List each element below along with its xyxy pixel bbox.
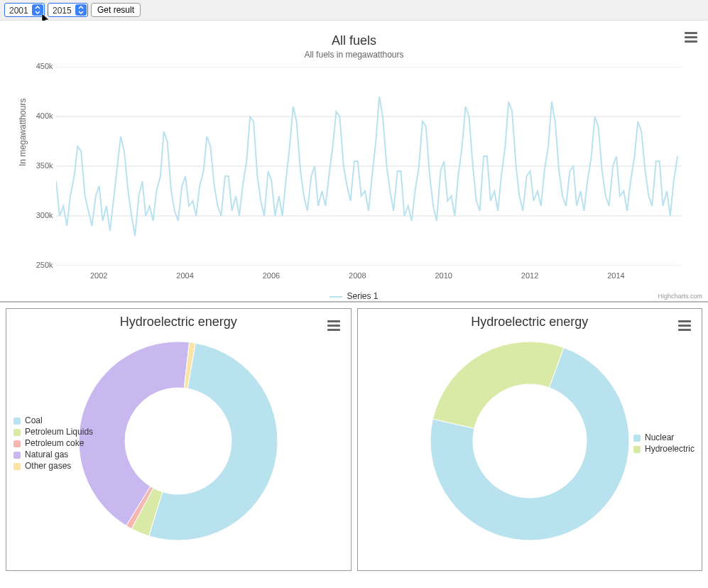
donut-chart-right (427, 338, 633, 544)
year-to-select[interactable]: 2015 (48, 3, 88, 17)
year-from-select[interactable]: 2001 (4, 3, 45, 17)
panel-title: Hydroelectric energy (6, 315, 351, 330)
y-axis-label: In megawatthours (18, 99, 28, 166)
legend-label: Series 1 (347, 291, 378, 301)
legend-swatch (13, 440, 21, 447)
donut-row: Hydroelectric energy CoalPetroleum Liqui… (0, 301, 708, 577)
legend-label: Hydroelectric (645, 444, 695, 454)
y-tick: 350k (28, 161, 53, 170)
legend-swatch (330, 296, 342, 298)
x-tick: 2002 (90, 271, 107, 280)
y-tick: 400k (28, 111, 53, 120)
legend-swatch (13, 418, 21, 425)
x-tick: 2010 (435, 271, 452, 280)
get-result-button[interactable]: Get result (91, 3, 141, 17)
donut-slice[interactable] (432, 342, 563, 428)
chart-legend: Series 1 (7, 291, 701, 301)
legend-label: Nuclear (645, 432, 674, 442)
y-tick: 300k (28, 211, 53, 219)
legend-item[interactable]: Natural gas (13, 450, 93, 459)
legend-label: Coal (25, 415, 43, 425)
chart-menu-button[interactable] (682, 29, 699, 45)
legend-swatch (633, 435, 641, 442)
panel-right: Hydroelectric energy NuclearHydroelectri… (357, 308, 703, 571)
main-chart: All fuels All fuels in megawatthours In … (0, 21, 708, 301)
chart-title: All fuels (7, 33, 701, 48)
legend-swatch (633, 446, 641, 453)
chart-subtitle: All fuels in megawatthours (7, 50, 701, 60)
x-tick: 2012 (521, 271, 538, 280)
legend-label: Other gases (25, 461, 71, 471)
chart-credits: Highcharts.com (658, 293, 702, 300)
legend-swatch (13, 429, 21, 436)
donut-legend-right: NuclearHydroelectric (633, 431, 695, 455)
legend-item[interactable]: Coal (13, 415, 93, 425)
line-chart-svg (56, 67, 681, 266)
legend-label: Petroleum Liquids (25, 427, 93, 437)
legend-item[interactable]: Hydroelectric (633, 444, 695, 454)
legend-swatch (13, 452, 21, 459)
x-tick: 2004 (176, 271, 193, 280)
legend-label: Petroleum coke (25, 438, 84, 448)
panel-title: Hydroelectric energy (358, 315, 702, 330)
donut-legend-left: CoalPetroleum LiquidsPetroleum cokeNatur… (13, 414, 93, 472)
x-tick: 2014 (607, 271, 624, 280)
legend-item[interactable]: Petroleum coke (13, 438, 93, 448)
y-tick: 250k (28, 261, 53, 269)
x-tick: 2006 (263, 271, 280, 280)
y-tick: 450k (28, 62, 53, 70)
panel-left: Hydroelectric energy CoalPetroleum Liqui… (6, 308, 352, 571)
legend-item[interactable]: Other gases (13, 461, 93, 471)
legend-label: Natural gas (25, 450, 68, 459)
line-chart-area: In megawatthours 250k300k350k400k450k 20… (13, 67, 695, 287)
legend-swatch (13, 463, 21, 470)
legend-item[interactable]: Petroleum Liquids (13, 427, 93, 437)
toolbar: 2001 2015 Get result (0, 0, 708, 21)
x-tick: 2008 (349, 271, 366, 280)
legend-item[interactable]: Nuclear (633, 432, 695, 442)
donut-chart-left (75, 338, 281, 544)
